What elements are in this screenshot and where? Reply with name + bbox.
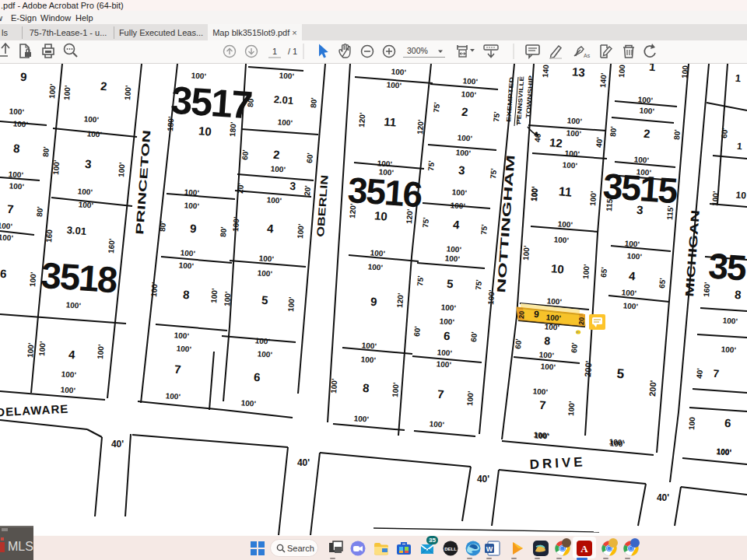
svg-text:100': 100' bbox=[26, 342, 35, 358]
svg-text:8: 8 bbox=[13, 142, 21, 156]
svg-text:6: 6 bbox=[0, 267, 7, 281]
svg-text:100': 100' bbox=[633, 155, 649, 164]
svg-text:DRIVE: DRIVE bbox=[529, 454, 586, 472]
svg-text:100': 100' bbox=[65, 300, 81, 310]
svg-text:100': 100' bbox=[716, 447, 731, 457]
svg-text:100': 100' bbox=[545, 313, 561, 322]
svg-text:10: 10 bbox=[198, 124, 212, 138]
svg-text:100: 100 bbox=[680, 65, 689, 79]
svg-text:8: 8 bbox=[183, 288, 191, 302]
svg-text:100': 100' bbox=[277, 117, 293, 127]
svg-text:3: 3 bbox=[458, 163, 466, 177]
svg-text:100': 100' bbox=[562, 160, 577, 170]
svg-text:35: 35 bbox=[707, 245, 747, 288]
svg-text:100': 100' bbox=[457, 133, 472, 142]
svg-text:100': 100' bbox=[0, 233, 13, 242]
svg-text:3517: 3517 bbox=[170, 79, 253, 128]
svg-text:1: 1 bbox=[735, 72, 741, 85]
svg-text:3: 3 bbox=[85, 157, 93, 171]
svg-text:100': 100' bbox=[609, 439, 625, 448]
svg-text:80': 80' bbox=[309, 97, 318, 108]
svg-text:100': 100' bbox=[257, 268, 272, 278]
svg-text:100': 100' bbox=[370, 248, 385, 257]
svg-text:100': 100' bbox=[465, 390, 475, 406]
svg-text:40': 40' bbox=[533, 131, 542, 142]
svg-text:100': 100' bbox=[621, 288, 637, 297]
svg-text:100': 100' bbox=[184, 187, 199, 197]
svg-text:40': 40' bbox=[594, 137, 604, 148]
svg-text:10: 10 bbox=[735, 190, 747, 201]
svg-text:1: 1 bbox=[649, 64, 657, 73]
svg-text:100': 100' bbox=[581, 264, 591, 279]
svg-text:20: 20 bbox=[577, 317, 586, 325]
svg-text:100': 100' bbox=[530, 186, 539, 201]
svg-text:9: 9 bbox=[190, 222, 198, 236]
svg-text:100': 100' bbox=[86, 129, 102, 138]
svg-text:5: 5 bbox=[616, 366, 625, 382]
svg-text:100': 100' bbox=[180, 248, 195, 257]
svg-text:100': 100' bbox=[223, 291, 232, 306]
svg-text:100': 100' bbox=[83, 114, 99, 124]
svg-text:100': 100' bbox=[8, 170, 23, 179]
svg-text:100': 100' bbox=[47, 83, 57, 99]
svg-text:100': 100' bbox=[566, 116, 582, 125]
svg-text:10: 10 bbox=[550, 261, 564, 275]
svg-text:100': 100' bbox=[540, 362, 556, 371]
svg-text:100': 100' bbox=[286, 296, 296, 312]
svg-text:100': 100' bbox=[361, 341, 377, 350]
svg-text:100': 100' bbox=[0, 221, 12, 230]
svg-text:7: 7 bbox=[174, 362, 182, 376]
svg-text:160': 160' bbox=[107, 238, 116, 254]
svg-text:100': 100' bbox=[123, 85, 132, 100]
svg-text:2.01: 2.01 bbox=[273, 93, 293, 107]
svg-text:100': 100' bbox=[553, 235, 569, 244]
svg-text:75': 75' bbox=[432, 102, 441, 113]
svg-text:1: 1 bbox=[272, 47, 277, 56]
svg-text:11: 11 bbox=[558, 184, 572, 198]
svg-text:100': 100' bbox=[254, 336, 270, 345]
svg-text:100': 100' bbox=[266, 195, 282, 205]
svg-text:60': 60' bbox=[240, 149, 250, 160]
svg-text:/ 1: / 1 bbox=[288, 47, 297, 56]
svg-text:100': 100' bbox=[391, 382, 400, 397]
svg-text:100': 100' bbox=[9, 181, 24, 191]
svg-text:115': 115' bbox=[605, 197, 614, 212]
svg-text:8: 8 bbox=[544, 334, 551, 348]
svg-text:80': 80' bbox=[246, 96, 255, 107]
svg-text:60': 60' bbox=[469, 331, 479, 342]
svg-text:100': 100' bbox=[446, 244, 461, 254]
svg-text:60': 60' bbox=[514, 338, 523, 349]
svg-text:3: 3 bbox=[289, 180, 296, 193]
svg-text:100': 100' bbox=[378, 167, 394, 177]
svg-text:75': 75' bbox=[474, 279, 483, 290]
svg-text:2: 2 bbox=[461, 105, 469, 119]
svg-text:100': 100' bbox=[440, 303, 456, 312]
svg-text:100': 100' bbox=[637, 95, 653, 104]
svg-text:75': 75' bbox=[421, 217, 430, 228]
svg-text:A: A bbox=[580, 543, 588, 555]
svg-text:10: 10 bbox=[374, 208, 388, 222]
svg-text:100': 100' bbox=[257, 349, 272, 359]
svg-text:100': 100' bbox=[391, 67, 406, 76]
svg-text:100': 100' bbox=[436, 359, 451, 369]
svg-text:100': 100' bbox=[566, 128, 581, 138]
svg-text:120': 120' bbox=[357, 112, 366, 128]
svg-text:9: 9 bbox=[20, 70, 28, 84]
svg-text:100': 100' bbox=[174, 331, 189, 340]
svg-text:120': 120' bbox=[395, 292, 405, 308]
svg-text:140: 140 bbox=[541, 64, 550, 78]
svg-text:100': 100' bbox=[532, 387, 548, 396]
svg-text:100': 100' bbox=[451, 187, 467, 197]
svg-text:100': 100' bbox=[28, 271, 37, 287]
svg-text:180': 180' bbox=[166, 116, 175, 131]
svg-text:100': 100' bbox=[258, 254, 274, 263]
svg-text:DELL: DELL bbox=[444, 547, 457, 551]
svg-text:100: 100 bbox=[687, 416, 696, 430]
svg-text:100': 100' bbox=[117, 162, 126, 177]
svg-text:3.01: 3.01 bbox=[66, 224, 86, 237]
svg-text:180': 180' bbox=[228, 121, 237, 137]
svg-text:6: 6 bbox=[724, 416, 732, 430]
svg-text:100': 100' bbox=[270, 164, 286, 173]
svg-text:100': 100' bbox=[566, 401, 576, 416]
svg-text:40': 40' bbox=[657, 492, 669, 503]
